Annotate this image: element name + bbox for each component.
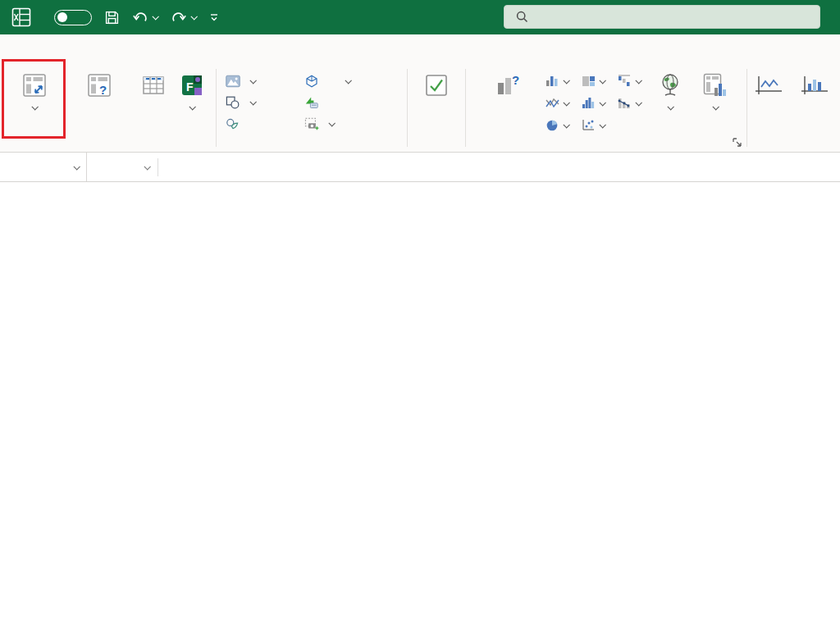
redo-button[interactable]	[171, 10, 196, 25]
sparkline-line-button[interactable]	[751, 68, 787, 102]
ribbon-group-charts: ?	[466, 64, 746, 152]
tables-group-label	[0, 134, 216, 152]
screenshot-icon	[304, 117, 319, 130]
save-icon	[105, 11, 119, 25]
sparkline-line-icon	[755, 74, 783, 97]
screenshot-button[interactable]	[302, 113, 407, 135]
ribbon-group-illustrations	[217, 64, 407, 152]
pivotchart-button[interactable]	[689, 68, 742, 110]
insert-scatter-chart-button[interactable]	[579, 114, 615, 136]
checkbox-icon	[424, 73, 449, 98]
hierarchy-chart-chevron-icon[interactable]	[599, 77, 605, 84]
recommended-pivottables-button[interactable]: ?	[64, 68, 134, 102]
recommended-pivottables-icon: ?	[87, 73, 112, 98]
3d-models-dropdown-chevron-icon[interactable]	[345, 77, 351, 84]
waterfall-chart-chevron-icon[interactable]	[635, 77, 641, 84]
scatter-chart-chevron-icon[interactable]	[599, 121, 605, 128]
formula-bar-chevron-icon[interactable]	[144, 163, 150, 170]
pictures-dropdown-chevron-icon[interactable]	[249, 77, 256, 84]
shapes-icon	[226, 96, 240, 109]
charts-group-label	[466, 136, 746, 152]
pivottable-dropdown-chevron-icon[interactable]	[31, 103, 38, 110]
pie-chart-icon	[546, 119, 559, 131]
histogram-chart-icon	[582, 97, 596, 109]
insert-histogram-chart-button[interactable]	[579, 92, 615, 114]
sparklines-group-label	[747, 134, 840, 152]
pivotchart-icon	[703, 73, 728, 98]
name-box-chevron-icon[interactable]	[73, 163, 80, 170]
save-button[interactable]	[105, 11, 119, 25]
svg-text:?: ?	[512, 73, 519, 87]
illustrations-group-label	[217, 135, 407, 152]
redo-dropdown-chevron-icon[interactable]	[190, 13, 197, 20]
combo-chart-icon	[618, 97, 632, 109]
shapes-dropdown-chevron-icon[interactable]	[249, 98, 256, 105]
ribbon-tab-row	[0, 34, 840, 64]
excel-logo-icon	[11, 7, 31, 27]
insert-line-chart-button[interactable]	[543, 92, 579, 114]
maps-icon	[659, 73, 682, 98]
recommended-charts-icon: ?	[495, 73, 520, 98]
ribbon-group-sparklines	[747, 64, 840, 152]
formula-bar-row	[0, 153, 840, 182]
formula-bar-buttons	[102, 165, 158, 170]
autosave-toggle[interactable]	[54, 10, 92, 25]
controls-group-label	[408, 134, 465, 152]
3d-models-icon	[304, 75, 319, 88]
undo-button[interactable]	[132, 10, 158, 25]
ribbon-group-controls	[408, 64, 465, 152]
histogram-chart-chevron-icon[interactable]	[599, 99, 605, 106]
icons-icon	[226, 117, 240, 130]
screenshot-dropdown-chevron-icon[interactable]	[328, 120, 335, 126]
spreadsheet	[0, 182, 840, 621]
insert-combo-chart-button[interactable]	[615, 92, 651, 114]
forms-dropdown-chevron-icon[interactable]	[189, 103, 195, 110]
recommended-charts-button[interactable]: ?	[472, 68, 543, 102]
line-chart-chevron-icon[interactable]	[563, 99, 569, 106]
smartart-button[interactable]	[302, 92, 407, 113]
insert-column-chart-button[interactable]	[543, 70, 579, 92]
smartart-icon	[304, 96, 319, 109]
line-chart-icon	[546, 97, 559, 109]
maps-dropdown-chevron-icon[interactable]	[667, 103, 673, 110]
icons-button[interactable]	[223, 113, 302, 135]
svg-text:F: F	[186, 80, 194, 94]
excel-window: ?	[0, 0, 840, 621]
pictures-button[interactable]	[223, 71, 302, 92]
insert-waterfall-chart-button[interactable]	[615, 70, 651, 92]
chart-type-grid	[543, 70, 651, 136]
search-icon	[516, 11, 528, 23]
pivotchart-dropdown-chevron-icon[interactable]	[712, 103, 719, 110]
redo-icon	[171, 10, 187, 25]
charts-dialog-launcher-icon[interactable]	[732, 137, 743, 148]
formula-bar-divider	[158, 158, 158, 176]
pie-chart-chevron-icon[interactable]	[563, 121, 569, 128]
search-box[interactable]	[504, 5, 820, 29]
quick-access-toolbar-button[interactable]	[209, 12, 219, 22]
scatter-chart-icon	[582, 119, 596, 131]
table-button[interactable]	[134, 68, 173, 102]
pictures-icon	[226, 75, 240, 88]
forms-button[interactable]: F	[173, 68, 211, 110]
insert-pie-chart-button[interactable]	[543, 114, 579, 136]
column-chart-icon	[546, 75, 559, 87]
svg-text:?: ?	[99, 83, 107, 97]
maps-button[interactable]	[651, 68, 689, 110]
autosave-toggle-knob	[57, 12, 67, 22]
name-box[interactable]	[0, 153, 87, 181]
column-chart-chevron-icon[interactable]	[563, 77, 569, 84]
title-bar	[0, 0, 840, 34]
shapes-button[interactable]	[223, 92, 302, 113]
ribbon-group-tables: ?	[0, 64, 216, 152]
insert-hierarchy-chart-button[interactable]	[579, 70, 615, 92]
pivottable-icon	[22, 73, 47, 98]
pivottable-button[interactable]	[5, 68, 64, 110]
sparkline-column-button[interactable]	[792, 68, 838, 102]
combo-chart-chevron-icon[interactable]	[635, 99, 641, 106]
ribbon: ?	[0, 64, 840, 153]
checkbox-button[interactable]	[411, 68, 462, 102]
3d-models-button[interactable]	[302, 71, 407, 92]
undo-dropdown-chevron-icon[interactable]	[152, 13, 158, 20]
undo-icon	[132, 10, 148, 25]
customize-toolbar-icon	[209, 12, 219, 22]
